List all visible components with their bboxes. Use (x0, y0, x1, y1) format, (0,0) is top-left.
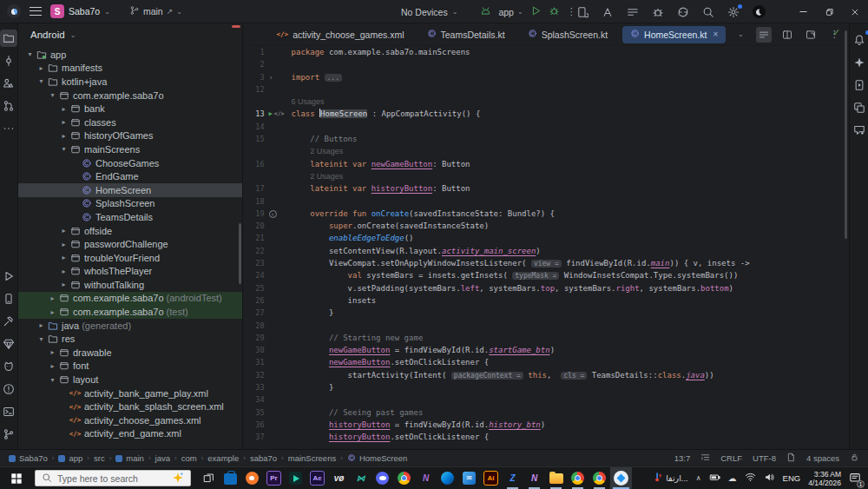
chevron-collapsed-icon[interactable]: ▸ (59, 241, 69, 248)
tree-item-manifests[interactable]: ▸manifests (18, 62, 242, 76)
tree-item-wholstheplayer[interactable]: ▸wholsThePlayer (18, 265, 242, 279)
notifications-icon[interactable] (851, 31, 868, 49)
taskbar-app-video-editor[interactable] (285, 467, 306, 489)
taskbar-app-android-studio[interactable] (610, 467, 632, 489)
chevron-collapsed-icon[interactable]: ▸ (48, 348, 57, 356)
more-tools-icon[interactable] (0, 120, 17, 137)
project-selector[interactable]: S Saba7o ⌄ (50, 4, 110, 18)
problems-tool-icon[interactable] (0, 380, 17, 398)
chevron-collapsed-icon[interactable]: ▸ (48, 294, 57, 302)
usages-hint[interactable]: 6 Usages (243, 96, 850, 108)
tree-item-java[interactable]: ▸java(generated) (18, 319, 242, 333)
code-line[interactable]: 3›import ... (243, 71, 850, 83)
tree-item-mainscreens[interactable]: ▾mainScreens (18, 142, 242, 156)
taskbar-app-premiere-pro[interactable]: Pr (263, 467, 285, 489)
code-line[interactable]: 23 ViewCompat.setOnApplyWindowInsetsList… (243, 257, 850, 269)
device-manager-tool-icon[interactable] (0, 290, 17, 307)
version-control-tool-icon[interactable] (0, 426, 17, 443)
tree-item-layout[interactable]: ▾layout (18, 373, 242, 387)
editor-scrollbar[interactable] (845, 30, 847, 239)
tree-item-activity-bank-game-play-xml[interactable]: </>activity_bank_game_play.xml (18, 387, 242, 400)
running-devices-icon[interactable] (851, 76, 868, 94)
usages-hint[interactable]: 2 Usages (243, 145, 850, 157)
more-actions-icon[interactable]: ⋮ (567, 6, 576, 17)
code-line[interactable]: 1package com.example.saba7o.mainScreens (243, 46, 850, 58)
chevron-expanded-icon[interactable]: ▾ (25, 50, 35, 58)
code-line[interactable]: 17 lateinit var historyButton: Button (243, 182, 850, 195)
code-line[interactable]: 18 (243, 195, 850, 208)
breadcrumb-mainscreens[interactable]: mainScreens (288, 453, 336, 463)
search-everywhere-icon[interactable] (701, 5, 715, 19)
run-class-icon[interactable]: ▶ (269, 108, 273, 120)
run-button[interactable] (530, 4, 542, 20)
tree-item-troubleyourfriend[interactable]: ▸troubleYourFriend (18, 251, 242, 265)
terminal-tool-icon[interactable] (0, 403, 17, 420)
chevron-collapsed-icon[interactable]: ▸ (59, 105, 69, 113)
user-avatar[interactable] (752, 5, 766, 19)
code-editor[interactable]: 1package com.example.saba7o.mainScreens2… (243, 46, 850, 449)
tree-item-withouttalking[interactable]: ▸withoutTalking (18, 278, 242, 292)
code-line[interactable]: 31 newGameButton.setOnClickListener { (243, 356, 850, 368)
weather-widget[interactable]: ارتفا... (652, 472, 688, 485)
code-line[interactable]: 27 } (243, 307, 850, 319)
ai-chat-icon[interactable] (851, 122, 868, 139)
taskbar-app-microsoft-store[interactable] (220, 467, 241, 489)
chevron-expanded-icon[interactable]: ▾ (48, 376, 57, 384)
clock[interactable]: 3:36 AM 4/14/2026 (808, 470, 841, 487)
tab-homescreen-kt[interactable]: HomeScreen.kt× (622, 26, 726, 43)
debug-button[interactable] (549, 4, 560, 20)
settings-icon[interactable] (727, 5, 740, 19)
pull-requests-tool-icon[interactable] (0, 97, 17, 115)
tree-scrollbar[interactable] (239, 223, 241, 284)
tree-item-com-example-saba7o[interactable]: ▸com.example.saba7o(test) (18, 305, 242, 319)
override-marker-icon[interactable]: ↑ (269, 210, 277, 218)
build-tool-icon[interactable] (0, 313, 17, 330)
volume-icon[interactable] (764, 472, 775, 485)
chevron-expanded-icon[interactable]: ▾ (48, 91, 57, 99)
code-line[interactable]: 37 historyButton.setOnClickListener { (243, 431, 850, 443)
tab-splashscreen-kt[interactable]: SplashScreen.kt (520, 26, 615, 43)
tree-item-homescreen[interactable]: HomeScreen (18, 183, 242, 197)
breadcrumb-com[interactable]: com (181, 453, 197, 463)
close-button[interactable] (842, 0, 868, 23)
taskbar-app-butterfly-app[interactable]: ⋈ (350, 467, 372, 489)
file-encoding[interactable]: UTF-8 (753, 453, 776, 463)
project-tool-icon[interactable] (0, 30, 17, 47)
breadcrumb-homescreen[interactable]: HomeScreen (347, 453, 407, 464)
main-menu-icon[interactable] (30, 7, 42, 16)
readonly-lock-icon[interactable] (850, 453, 859, 464)
tree-item-app[interactable]: ▾app (18, 48, 242, 62)
tree-item-offside[interactable]: ▸offside (18, 224, 242, 238)
taskbar-app-microsoft-edge[interactable] (437, 467, 458, 489)
chevron-expanded-icon[interactable]: ▾ (59, 145, 69, 153)
chevron-collapsed-icon[interactable]: ▸ (59, 132, 69, 140)
status-widget-icon[interactable] (700, 453, 710, 464)
tab-list-chevron-icon[interactable]: ⌄ (733, 27, 748, 43)
code-line[interactable]: 33 } (243, 381, 850, 393)
onedrive-icon[interactable]: ☁ (728, 473, 737, 483)
taskbar-app-after-effects[interactable]: Ae (306, 467, 328, 489)
breadcrumb-saba7o[interactable]: saba7o (250, 453, 277, 463)
chevron-collapsed-icon[interactable]: ▸ (48, 362, 57, 370)
chevron-expanded-icon[interactable]: ▾ (36, 335, 46, 343)
branch-selector[interactable]: main ↗ ⌄ (129, 5, 182, 17)
tree-item-com-example-saba7o[interactable]: ▸com.example.saba7o(androidTest) (18, 292, 242, 306)
code-line[interactable]: 28 (243, 320, 850, 332)
tree-item-classes[interactable]: ▸classes (18, 116, 242, 129)
taskbar-app-chrome-profile-2[interactable] (589, 467, 610, 489)
split-editor-icon[interactable] (779, 27, 795, 43)
indent-setting[interactable]: 4 spaces (806, 453, 839, 463)
code-line[interactable]: 13▶</>class HomeScreen : AppCompatActivi… (243, 108, 850, 120)
chevron-collapsed-icon[interactable]: ▸ (59, 268, 69, 275)
run-configuration-selector[interactable]: app ⌄ (498, 7, 523, 17)
chevron-collapsed-icon[interactable]: ▸ (36, 321, 46, 329)
start-button[interactable] (0, 467, 33, 489)
layout-inspector-icon[interactable] (851, 99, 868, 116)
code-line[interactable]: 14 (243, 121, 850, 133)
battery-icon[interactable] (709, 472, 720, 485)
inspections-ok-icon[interactable]: ✓ (832, 27, 840, 38)
code-line[interactable]: 24 val systemBars = insets.getInsets( ty… (243, 269, 850, 281)
code-line[interactable]: 34 (243, 393, 850, 406)
tree-item-historyofgames[interactable]: ▸historyOfGames (18, 129, 242, 143)
breadcrumb-java[interactable]: java (155, 453, 170, 463)
